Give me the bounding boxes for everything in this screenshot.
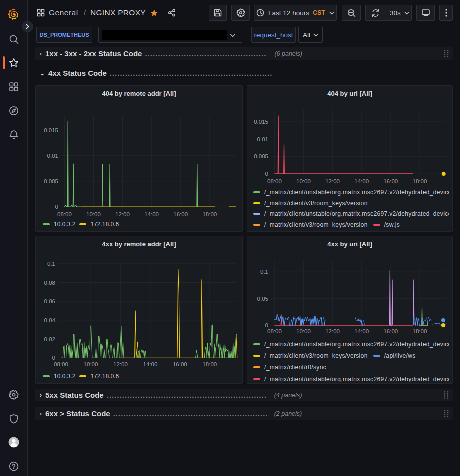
svg-text:0.01: 0.01 [257,136,268,142]
svg-text:0: 0 [55,204,58,210]
svg-text:0: 0 [265,171,268,177]
svg-text:10:00: 10:00 [84,361,98,367]
svg-text:12:00: 12:00 [325,328,340,334]
svg-text:0.01: 0.01 [47,153,58,159]
svg-text:12:00: 12:00 [115,211,130,217]
svg-text:10:00: 10:00 [296,178,311,184]
svg-text:08:00: 08:00 [57,211,72,217]
svg-text:18:00: 18:00 [413,178,427,184]
svg-text:12:00: 12:00 [325,178,340,184]
svg-text:14:00: 14:00 [354,328,369,334]
svg-text:0: 0 [265,322,268,328]
svg-text:0.05: 0.05 [257,296,268,302]
svg-text:16:00: 16:00 [383,178,398,184]
svg-text:0.04: 0.04 [44,317,56,323]
svg-text:0.06: 0.06 [44,298,55,304]
svg-text:12:00: 12:00 [113,361,128,367]
svg-text:18:00: 18:00 [202,361,217,367]
svg-text:08:00: 08:00 [54,361,68,367]
svg-text:0.015: 0.015 [44,127,58,133]
svg-text:14:00: 14:00 [354,178,369,184]
svg-text:14:00: 14:00 [144,211,159,217]
svg-text:08:00: 08:00 [267,178,282,184]
svg-text:0.005: 0.005 [254,153,268,159]
svg-text:0.1: 0.1 [47,261,55,267]
svg-text:0.08: 0.08 [44,280,55,286]
svg-text:10:00: 10:00 [86,211,101,217]
svg-text:10:00: 10:00 [296,328,311,334]
svg-text:16:00: 16:00 [173,361,187,367]
svg-text:18:00: 18:00 [413,328,427,334]
svg-text:16:00: 16:00 [383,328,398,334]
svg-text:08:00: 08:00 [267,328,282,334]
svg-text:16:00: 16:00 [173,211,188,217]
svg-text:14:00: 14:00 [143,361,158,367]
svg-text:0.1: 0.1 [260,269,268,275]
svg-text:0: 0 [52,355,55,361]
svg-text:0.015: 0.015 [254,119,268,125]
svg-text:18:00: 18:00 [202,211,217,217]
svg-text:0.02: 0.02 [44,336,55,342]
svg-text:0.005: 0.005 [44,178,58,184]
